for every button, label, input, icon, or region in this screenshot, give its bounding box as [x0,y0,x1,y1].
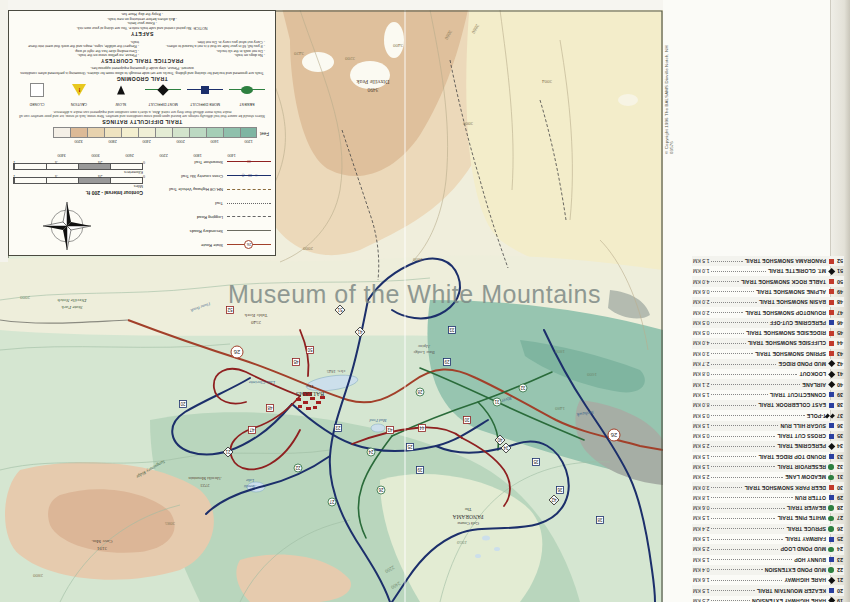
trail-name: HARE HIGHWAY [784,577,826,583]
feet-label: Feet [260,127,269,136]
difficulty-symbol-icon [826,547,834,553]
copyright-text: © Copyright 1996 The BALSAMS Dixville No… [664,32,674,154]
elevation-swatch: 1200 [240,127,257,143]
trail-distance: 2.5 KM [693,443,709,449]
trail-list-row: 20 KEAZER MOUNTAIN TRAIL 1.5 KM [692,585,844,595]
trail-number: 23 [834,557,843,563]
trail-list-row: 51 MT. GLORIETTE TRAIL 1.0 KM [692,266,844,276]
trail-list-row: 41 LOOKOUT 0.8 KM [692,369,844,379]
legend-line-entry: Logging Road [149,211,271,222]
svg-text:Abeniki: Abeniki [244,484,257,489]
ratings-title: TRAIL DIFFICULTY RATINGS [13,119,271,125]
dotted-leader [711,518,775,520]
trail-name: AIRLANE [802,382,826,388]
bullet-item: - Respect the wildlife, signs, maps and … [19,39,139,48]
difficulty-entry: SLOW [101,84,141,105]
difficulty-symbol-icon [826,300,834,305]
trail-distance: 1.6 KM [693,577,709,583]
line-sample-label: Logging Road [197,215,223,220]
trail-number: 50 [834,279,843,285]
svg-text:38: 38 [597,517,603,522]
difficulty-label: MOST DIFFICULT [143,97,183,105]
trail-name: LOOKOUT [799,371,826,377]
trail-number: 44 [834,340,843,346]
difficulty-symbol-icon [826,475,834,481]
svg-text:34: 34 [503,445,509,450]
km-ticks: 0.25.51 [13,160,145,164]
trail-list-row: 33 ROUND TOP RIDGE TRAIL 1.5 KM [692,452,844,462]
trail-name: PEREGRINE CUT-OFF [770,320,826,326]
difficulty-symbol-icon [826,495,834,500]
svg-text:21: 21 [225,449,231,454]
route-shield-icon: 26 [245,240,254,249]
trail-name: FAIRWAY TRAIL [785,536,826,542]
trail-number: 20 [834,588,843,594]
trail-distance: 1.8 KM [693,495,709,501]
svg-text:47: 47 [249,427,255,432]
svg-text:3200: 3200 [345,56,356,61]
trail-name: RIDGESIDE SNOWSHOE TRAIL [746,330,826,336]
difficulty-symbol-icon [826,505,834,511]
trail-list-row: 36 SUGAR HILL RUN 1.5 KM [692,421,844,431]
svg-text:2800: 2800 [33,573,44,578]
trail-distance: 4.0 KM [693,279,709,285]
left-paper-margin [0,0,8,262]
trail-distance: 3.0 KM [693,351,709,357]
svg-text:25: 25 [407,444,413,449]
dotted-leader [711,261,742,263]
elevation-swatch: 2000 [172,127,189,143]
svg-text:33: 33 [449,327,455,332]
line-sample-icon [227,213,271,220]
svg-text:43: 43 [387,427,393,432]
bullet-item: - Know your limits. [23,21,261,25]
trail-number: 19 [834,598,843,602]
trail-list-row: 50 TABLE ROCK SNOWSHOE TRAIL 4.0 KM [692,277,844,287]
difficulty-symbol-icon [826,413,834,417]
trail-number: 34 [834,443,843,449]
trail-distance: 1.5 KM [693,536,709,542]
difficulty-symbol-icon [826,454,834,459]
trail-number: 45 [834,330,843,336]
line-sample-icon: 26 [227,241,271,248]
svg-text:The: The [305,384,314,389]
difficulty-symbol-icon [826,362,834,367]
trail-name: PEREGRINE TRAIL [777,443,826,449]
difficulty-label: CLOSED [17,97,57,105]
dotted-leader [711,353,753,355]
trail-rows: 19 HARE HIGHWAY EXTENSION 2.5 KM 20 KEAZ… [692,256,844,602]
trail-list-row: 47 ROUNDTOP SNOWSHOE TRAIL 2.0 KM [692,307,844,317]
difficulty-symbol-icon [826,423,834,428]
svg-text:elev. 1845: elev. 1845 [326,369,345,374]
trail-list-row: 34 PEREGRINE TRAIL 2.5 KM [692,441,844,451]
svg-text:44: 44 [419,425,425,430]
trail-name: BEAVER TRAIL [787,505,826,511]
difficulty-icon [143,84,183,96]
difficulty-symbol-icon [826,403,834,408]
difficulty-icon [227,84,267,96]
difficulty-symbol-icon [826,289,834,294]
trail-distance: 2.0 KM [693,299,709,305]
svg-text:23: 23 [335,425,341,430]
trail-distance: 0.5 KM [693,413,709,419]
compass-rose-icon [41,200,93,252]
trail-name: SPRUCE TRAIL [786,526,826,532]
bullet-item: - If you fall, fill in your hole so that… [145,44,265,48]
trail-number: 51 [834,268,843,274]
trail-index-list: 19 HARE HIGHWAY EXTENSION 2.5 KM 20 KEAZ… [692,256,844,602]
line-sample-label: Trail [215,201,223,206]
trail-number: 46 [834,320,843,326]
difficulty-symbol-icon [826,331,834,336]
svg-text:42: 42 [551,497,557,502]
elevation-swatch: 2400 [138,127,155,143]
trail-distance: 0.6 KM [693,289,709,295]
trail-number: 25 [834,536,843,542]
trail-number: 33 [834,454,843,460]
difficulty-entry: MORE DIFFICULT [185,84,225,105]
svg-text:Alpine: Alpine [418,344,430,349]
line-sample-icon: □ [227,158,271,165]
trail-name: MUD POND RIDGE [778,361,826,367]
elevation-swatch: 3000 [87,127,104,143]
trail-distance: 1.5 KM [693,258,709,264]
difficulty-symbol-icon [826,434,834,439]
difficulty-label: EASIEST [227,97,267,105]
